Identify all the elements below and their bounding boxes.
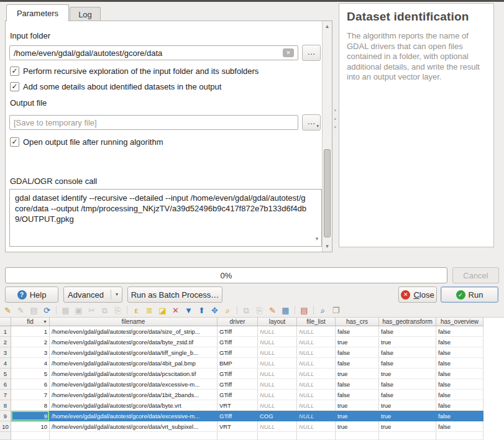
new-field-icon[interactable]: ▦ [280,305,291,316]
cell-fid[interactable]: 8 [11,400,50,411]
row-number-header[interactable]: 3 [0,347,11,358]
cell-has-overview[interactable]: false [436,358,483,369]
cell-has-geotransform[interactable]: true [379,369,436,379]
cell-has-crs[interactable]: true [336,421,379,432]
console-call-box[interactable]: gdal dataset identify --recursive --deta… [9,189,322,247]
row-number-header[interactable]: 1 [0,326,11,337]
cell-has-crs[interactable]: true [336,400,379,411]
row-number-header[interactable]: 5 [0,369,11,379]
output-file-browse-button[interactable]: … ▾ [302,114,321,131]
cell-fid[interactable]: 6 [11,379,50,390]
conditional-formatting-icon[interactable]: ▤ [299,305,309,316]
column-header-layout[interactable]: layout [258,318,297,326]
move-selection-to-top-icon[interactable]: ⬆ [196,305,207,316]
cancel-button[interactable]: Cancel [452,267,499,283]
cell-has-overview[interactable]: false [436,379,483,390]
row-number-header[interactable]: 7 [0,390,11,400]
cell-file-list[interactable]: NULL [297,337,336,347]
column-header-has_geotransform[interactable]: has_geotransform [379,318,436,326]
cell-layout[interactable]: NULL [258,369,297,379]
column-header-filename[interactable]: filename [50,318,218,326]
row-number-header[interactable]: 4 [0,358,11,369]
cell-fid[interactable]: 4 [11,358,50,369]
column-header-fid[interactable]: fid▼ [11,318,50,326]
tab-log[interactable]: Log [70,7,101,21]
input-folder-field[interactable]: /home/even/gdal/gdal/autotest/gcore/data… [9,45,298,60]
fid-sort-indicator-icon[interactable]: ▼ [43,319,47,324]
cell-fid[interactable]: 5 [11,369,50,379]
cell-has-overview[interactable]: false [436,326,483,337]
table-row[interactable]: 99/home/even/gdal/gdal/autotest/gcore/da… [0,411,504,421]
cell-has-overview[interactable]: false [436,411,483,421]
table-row[interactable]: 77/home/even/gdal/gdal/autotest/gcore/da… [0,390,504,400]
cell-layout[interactable]: NULL [258,379,297,390]
row-number-header[interactable]: 8 [0,400,11,411]
column-header-has_overview[interactable]: has_overview [436,318,483,326]
table-row[interactable]: 66/home/even/gdal/gdal/autotest/gcore/da… [0,379,504,390]
cell-layout[interactable]: NULL [258,347,297,358]
cell-driver[interactable]: GTiff [218,347,258,358]
cell-has-geotransform[interactable]: true [379,411,436,421]
row-number-header[interactable]: 10 [0,421,11,432]
help-button[interactable]: ? Help [5,286,58,303]
cell-has-geotransform[interactable]: false [379,326,436,337]
zoom-to-selection-icon[interactable]: ⌕ [222,305,233,316]
table-row[interactable]: 33/home/even/gdal/gdal/autotest/gcore/da… [0,347,504,358]
cell-layout[interactable]: NULL [258,400,297,411]
cell-has-overview[interactable]: false [436,369,483,379]
table-row[interactable]: 55/home/even/gdal/gdal/autotest/gcore/da… [0,369,504,379]
output-file-field[interactable]: [Save to temporary file] [9,115,298,130]
cell-driver[interactable]: GTiff [218,379,258,390]
close-button[interactable]: ✕ Close [398,286,437,303]
cell-filename[interactable]: /home/even/gdal/gdal/autotest/gcore/data… [50,326,218,337]
cell-has-geotransform[interactable]: false [379,390,436,400]
column-header-has_crs[interactable]: has_crs [336,318,379,326]
cell-has-overview[interactable]: false [436,400,483,411]
row-number-header[interactable]: 2 [0,337,11,347]
select-all-icon[interactable]: ≣ [144,305,155,316]
cell-filename[interactable]: /home/even/gdal/gdal/autotest/gcore/data… [50,390,218,400]
cell-layout[interactable]: NULL [258,326,297,337]
cell-fid[interactable]: 2 [11,337,50,347]
cell-has-crs[interactable]: false [336,390,379,400]
table-corner-header[interactable] [0,318,11,326]
invert-selection-icon[interactable]: ◪ [157,305,168,316]
pan-to-selection-icon[interactable]: ✥ [209,305,220,316]
cell-has-crs[interactable]: false [336,326,379,337]
details-checkbox[interactable]: ✓ Add some details about identified data… [10,82,221,91]
cell-driver[interactable]: GTiff [218,337,258,347]
row-number-header[interactable]: 6 [0,379,11,390]
cell-has-geotransform[interactable]: true [379,400,436,411]
table-row[interactable]: 44/home/even/gdal/gdal/autotest/gcore/da… [0,358,504,369]
advanced-button[interactable]: Advanced ▾ [63,286,122,303]
cell-driver[interactable]: VRT [218,421,258,432]
checkbox-checked-icon[interactable]: ✓ [10,82,19,91]
reload-icon[interactable]: ⟳ [42,305,52,316]
cell-has-geotransform[interactable]: true [379,421,436,432]
checkbox-checked-icon[interactable]: ✓ [10,66,19,76]
open-output-checkbox[interactable]: ✓ Open output file after running algorit… [10,137,163,147]
cell-has-overview[interactable]: false [436,390,483,400]
cell-filename[interactable]: /home/even/gdal/gdal/autotest/gcore/data… [50,369,218,379]
scrollbar-down-icon[interactable]: ▼ [323,244,332,249]
cell-file-list[interactable]: NULL [297,326,336,337]
tab-parameters[interactable]: Parameters [6,4,69,21]
cell-filename[interactable]: /home/even/gdal/gdal/autotest/gcore/data… [50,411,218,421]
cell-has-crs[interactable]: false [336,347,379,358]
cell-file-list[interactable]: NULL [297,358,336,369]
cell-has-crs[interactable]: false [336,379,379,390]
cell-fid[interactable]: 9 [11,411,50,421]
column-header-driver[interactable]: driver [218,318,258,326]
cell-driver[interactable]: BMP [218,358,258,369]
checkbox-checked-icon[interactable]: ✓ [10,137,19,147]
select-by-expression-icon[interactable]: ε [131,305,142,316]
cell-filename[interactable]: /home/even/gdal/gdal/autotest/gcore/data… [50,358,218,369]
cell-has-overview[interactable]: false [436,347,483,358]
table-row[interactable]: 1010/home/even/gdal/gdal/autotest/gcore/… [0,421,504,432]
cell-has-geotransform[interactable]: false [379,358,436,369]
cell-file-list[interactable]: NULL [297,411,336,421]
cell-layout[interactable]: COG [258,411,297,421]
cell-has-overview[interactable]: false [436,421,483,432]
cell-driver[interactable]: GTiff [218,326,258,337]
deselect-all-icon[interactable]: ✕ [170,305,181,316]
